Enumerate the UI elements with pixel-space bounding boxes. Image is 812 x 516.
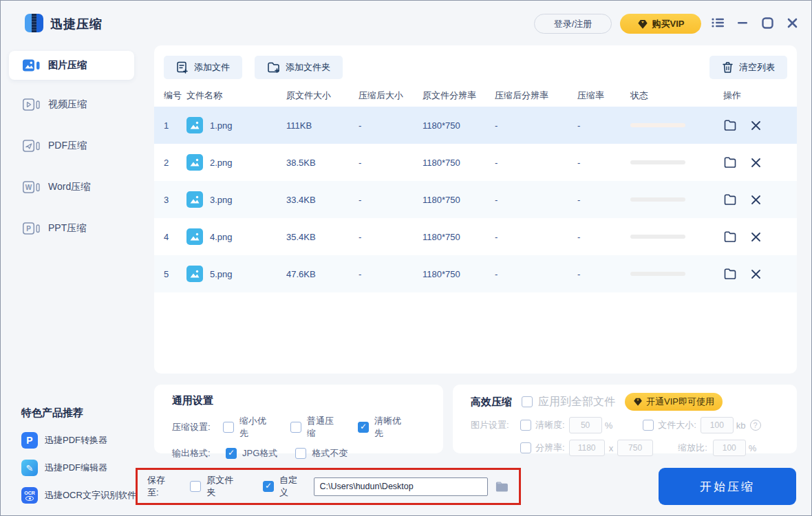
option-jpg-format[interactable]: JPG格式	[226, 447, 277, 460]
checkbox-unchecked[interactable]	[223, 422, 234, 433]
checkbox-unchecked[interactable]	[190, 481, 201, 492]
title-bar: 迅捷压缩 登录/注册 购买VIP	[1, 1, 811, 45]
option-shrink-first[interactable]: 缩小优先	[223, 415, 273, 440]
checkbox-checked[interactable]	[263, 481, 274, 492]
image-file-icon	[186, 191, 203, 208]
file-name: 2.png	[210, 158, 233, 168]
progress-bar	[630, 197, 685, 202]
table-row[interactable]: 2 2.png 38.5KB - 812*516 - -	[154, 144, 797, 181]
open-vip-chip[interactable]: 开通VIP即可使用	[625, 393, 723, 411]
login-register-button[interactable]: 登录/注册	[534, 14, 612, 34]
checkbox-resolution[interactable]	[520, 442, 531, 453]
close-button[interactable]	[785, 16, 799, 30]
col-header-resolution: 原文件分辨率	[423, 89, 495, 102]
add-file-button[interactable]: 添加文件	[164, 56, 242, 79]
add-file-icon	[176, 61, 189, 74]
add-folder-button[interactable]: 添加文件夹	[255, 56, 343, 79]
image-file-icon	[186, 228, 203, 245]
save-to-annotation-box: 保存至: 原文件夹 自定义	[136, 468, 521, 505]
product-ocr[interactable]: OCR 迅捷OCR文字识别软件	[21, 487, 136, 504]
option-clarity-first[interactable]: 清晰优先	[358, 415, 407, 440]
col-header-status: 状态	[630, 89, 723, 102]
option-original-folder[interactable]: 原文件夹	[190, 474, 239, 499]
col-header-ratio: 压缩率	[577, 89, 630, 102]
resolution-height-input[interactable]	[617, 440, 653, 456]
app-window: 迅捷压缩 登录/注册 购买VIP 图片压缩	[0, 0, 812, 516]
help-icon[interactable]: ?	[750, 420, 761, 431]
table-row[interactable]: 4 4.png 35.4KB - 812*516 - -	[154, 218, 797, 255]
remove-file-icon[interactable]	[751, 232, 761, 242]
sidebar-item-video-compress[interactable]: 视频压缩	[9, 90, 134, 119]
sidebar-item-word-compress[interactable]: W Word压缩	[9, 173, 134, 202]
menu-list-icon[interactable]	[711, 16, 725, 30]
col-header-size: 原文件大小	[286, 89, 359, 102]
open-folder-icon[interactable]	[723, 193, 737, 206]
open-folder-icon[interactable]	[723, 268, 737, 280]
open-folder-icon[interactable]	[723, 156, 737, 169]
sidebar: 图片压缩 视频压缩 PDF压缩 W Word压缩 P PPT压缩 特色产品推荐 …	[1, 45, 153, 515]
minimize-button[interactable]	[736, 16, 749, 30]
resolution-width-input[interactable]	[569, 440, 605, 456]
progress-bar	[630, 272, 685, 276]
efficient-compress-title: 高效压缩	[471, 396, 512, 409]
clear-list-button[interactable]: 清空列表	[709, 56, 787, 79]
table-row[interactable]: 5 5.png 47.6KB - 812*516 - -	[154, 255, 797, 292]
video-compress-icon	[23, 98, 40, 111]
open-folder-icon[interactable]	[723, 119, 737, 131]
sidebar-item-image-compress[interactable]: 图片压缩	[9, 51, 134, 80]
option-apply-all[interactable]: 应用到全部文件	[522, 395, 615, 409]
checkbox-checked[interactable]	[226, 448, 237, 459]
checkbox-filesize[interactable]	[643, 420, 654, 431]
buy-vip-button[interactable]: 购买VIP	[620, 14, 701, 34]
open-folder-icon[interactable]	[723, 230, 737, 243]
progress-bar	[630, 235, 685, 239]
product-pdf-editor[interactable]: ✎ 迅捷PDF编辑器	[21, 460, 107, 476]
col-header-no: 编号	[164, 89, 186, 102]
table-toolbar: 添加文件 添加文件夹 清空列表	[154, 45, 797, 85]
table-row[interactable]: 3 3.png 33.4KB - 812*516 - -	[154, 181, 797, 218]
recommend-section-title: 特色产品推荐	[21, 407, 83, 420]
table-row[interactable]: 1 1.png 111KB - 812*516 - -	[154, 107, 797, 144]
start-compress-button[interactable]: 开始压缩	[659, 468, 796, 505]
word-compress-icon: W	[23, 180, 40, 194]
file-name: 4.png	[210, 232, 233, 242]
checkbox-unchecked[interactable]	[290, 422, 301, 433]
filesize-input[interactable]	[701, 417, 734, 433]
checkbox-unchecked[interactable]	[295, 448, 306, 459]
sidebar-item-label: 视频压缩	[48, 98, 87, 111]
pdf-compress-icon	[23, 139, 40, 153]
col-header-actions: 操作	[723, 89, 787, 102]
progress-bar	[630, 160, 685, 164]
sidebar-item-label: 图片压缩	[48, 59, 87, 72]
file-name: 5.png	[210, 269, 233, 279]
checkbox-disabled[interactable]	[522, 396, 533, 407]
browse-folder-icon[interactable]	[495, 480, 509, 493]
scale-input[interactable]	[713, 440, 746, 456]
sidebar-item-label: PPT压缩	[48, 222, 86, 235]
trash-icon	[722, 61, 734, 74]
remove-file-icon[interactable]	[751, 269, 761, 279]
product-pdf-converter[interactable]: P 迅捷PDF转换器	[21, 432, 107, 449]
ppt-compress-icon: P	[23, 222, 40, 235]
checkbox-clarity[interactable]	[520, 420, 531, 431]
sidebar-item-ppt-compress[interactable]: P PPT压缩	[9, 214, 134, 243]
option-normal-compress[interactable]: 普通压缩	[290, 415, 340, 440]
remove-file-icon[interactable]	[751, 195, 761, 205]
maximize-button[interactable]	[760, 16, 774, 30]
clarity-input[interactable]	[569, 417, 602, 433]
image-file-icon	[186, 266, 203, 282]
checkbox-checked[interactable]	[358, 422, 369, 433]
option-custom-folder[interactable]: 自定义	[263, 474, 304, 499]
remove-file-icon[interactable]	[751, 120, 761, 131]
progress-bar	[630, 123, 685, 127]
file-name: 1.png	[210, 120, 233, 131]
pdf-editor-icon: ✎	[21, 460, 38, 476]
image-compress-icon	[23, 58, 40, 72]
general-settings-panel: 通用设置 压缩设置: 缩小优先 普通压缩 清晰优先 输出格式: JPG格式	[154, 385, 443, 453]
image-file-icon	[186, 154, 203, 171]
save-path-input[interactable]	[314, 477, 489, 496]
sidebar-item-pdf-compress[interactable]: PDF压缩	[9, 131, 134, 160]
option-keep-format[interactable]: 格式不变	[295, 447, 348, 460]
vip-gem-icon	[633, 397, 643, 407]
remove-file-icon[interactable]	[751, 158, 761, 168]
